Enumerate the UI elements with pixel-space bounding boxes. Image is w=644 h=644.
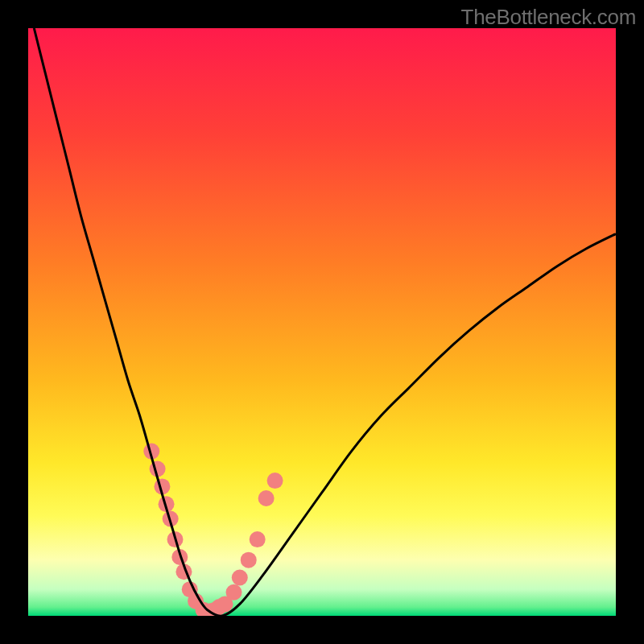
data-point (241, 552, 257, 568)
watermark-text: TheBottleneck.com (461, 5, 636, 30)
chart-svg (28, 28, 616, 616)
data-point (232, 570, 248, 586)
data-point (250, 531, 266, 547)
plot-area (28, 28, 616, 616)
data-point (267, 473, 283, 489)
data-point (258, 490, 275, 506)
gradient-background (28, 28, 616, 616)
outer-frame: TheBottleneck.com (0, 0, 644, 644)
data-point (226, 584, 242, 601)
